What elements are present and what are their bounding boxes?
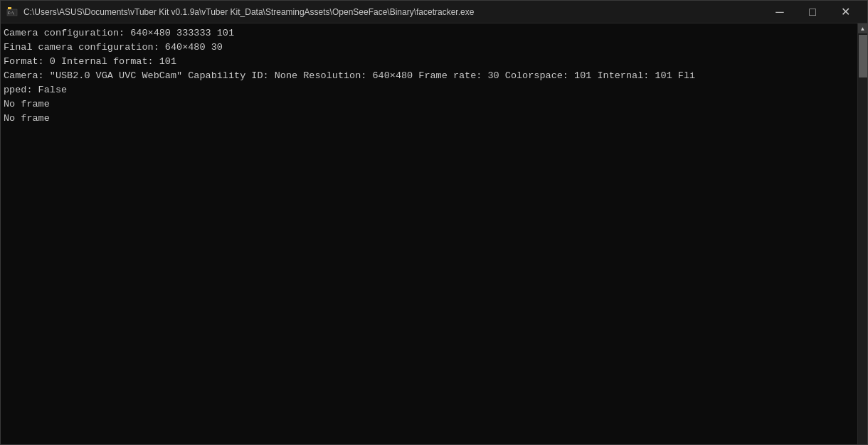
app-icon: C:\ [6,6,18,18]
minimize-button[interactable]: ─ [763,1,796,23]
title-bar: C:\ C:\Users\ASUS\Documents\vTuber Kit v… [1,1,867,23]
scrollbar[interactable]: ▲ [857,23,867,444]
console-area: Camera configuration: 640×480 333333 101… [1,23,867,444]
maximize-button[interactable]: □ [796,1,829,23]
scrollbar-thumb[interactable] [859,35,867,77]
window-title: C:\Users\ASUS\Documents\vTuber Kit v0.1.… [23,7,758,17]
scroll-up-arrow[interactable]: ▲ [858,23,868,33]
window-controls: ─ □ ✕ [763,1,862,23]
console-window: C:\ C:\Users\ASUS\Documents\vTuber Kit v… [0,0,868,445]
svg-text:C:\: C:\ [8,11,14,15]
console-output[interactable]: Camera configuration: 640×480 333333 101… [1,23,857,444]
close-button[interactable]: ✕ [829,1,862,23]
svg-rect-2 [8,7,11,9]
